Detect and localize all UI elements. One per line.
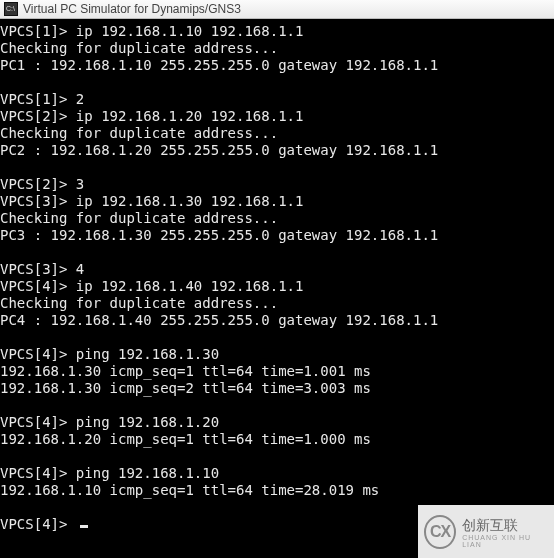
terminal-line: Checking for duplicate address... [0,210,554,227]
terminal-line: VPCS[1]> ip 192.168.1.10 192.168.1.1 [0,23,554,40]
window-titlebar[interactable]: Virtual PC Simulator for Dynamips/GNS3 [0,0,554,19]
terminal-line: 192.168.1.20 icmp_seq=1 ttl=64 time=1.00… [0,431,554,448]
terminal-line [0,397,554,414]
terminal-line: PC2 : 192.168.1.20 255.255.255.0 gateway… [0,142,554,159]
terminal-line: Checking for duplicate address... [0,295,554,312]
watermark: CX 创新互联 CHUANG XIN HU LIAN [418,505,554,558]
terminal-line: VPCS[1]> 2 [0,91,554,108]
terminal-output[interactable]: VPCS[1]> ip 192.168.1.10 192.168.1.1Chec… [0,19,554,533]
watermark-sub: CHUANG XIN HU LIAN [462,534,548,548]
terminal-line: VPCS[4]> ping 192.168.1.30 [0,346,554,363]
terminal-line [0,159,554,176]
terminal-line: 192.168.1.30 icmp_seq=2 ttl=64 time=3.00… [0,380,554,397]
terminal-icon [4,2,18,16]
terminal-line: PC3 : 192.168.1.30 255.255.255.0 gateway… [0,227,554,244]
terminal-line: PC4 : 192.168.1.40 255.255.255.0 gateway… [0,312,554,329]
terminal-line: VPCS[4]> ping 192.168.1.10 [0,465,554,482]
terminal-line: PC1 : 192.168.1.10 255.255.255.0 gateway… [0,57,554,74]
watermark-name: 创新互联 [462,517,518,533]
terminal-line: VPCS[4]> ip 192.168.1.40 192.168.1.1 [0,278,554,295]
window-title: Virtual PC Simulator for Dynamips/GNS3 [23,2,241,16]
terminal-line: 192.168.1.30 icmp_seq=1 ttl=64 time=1.00… [0,363,554,380]
terminal-line: VPCS[3]> 4 [0,261,554,278]
terminal-line [0,244,554,261]
terminal-line: VPCS[2]> 3 [0,176,554,193]
terminal-line: VPCS[2]> ip 192.168.1.20 192.168.1.1 [0,108,554,125]
terminal-line [0,448,554,465]
terminal-line: Checking for duplicate address... [0,40,554,57]
cursor [80,525,88,528]
terminal-line [0,329,554,346]
watermark-logo: CX [424,515,456,549]
terminal-line: Checking for duplicate address... [0,125,554,142]
terminal-line [0,74,554,91]
terminal-line: 192.168.1.10 icmp_seq=1 ttl=64 time=28.0… [0,482,554,499]
terminal-line: VPCS[4]> ping 192.168.1.20 [0,414,554,431]
terminal-line: VPCS[3]> ip 192.168.1.30 192.168.1.1 [0,193,554,210]
